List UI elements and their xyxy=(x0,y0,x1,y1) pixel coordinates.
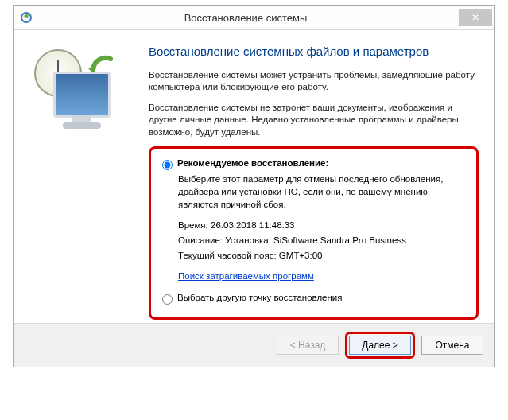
radio-recommended[interactable] xyxy=(162,160,173,170)
system-restore-icon xyxy=(20,11,33,24)
time-label: Время: xyxy=(178,220,208,230)
monitor-icon xyxy=(53,72,111,118)
titlebar: Восстановление системы ✕ xyxy=(14,6,494,30)
desc-value: Установка: SiSoftware Sandra Pro Busines… xyxy=(225,235,406,245)
radio-other-row[interactable]: Выбрать другую точку восстановления xyxy=(162,293,465,305)
next-button[interactable]: Далее > xyxy=(349,336,411,355)
restore-tz-row: Текущий часовой пояс: GMT+3:00 xyxy=(178,250,465,262)
page-heading: Восстановление системных файлов и параме… xyxy=(149,45,479,60)
radio-recommended-row[interactable]: Рекомендуемое восстановление: xyxy=(162,158,465,170)
system-restore-window: Восстановление системы ✕ Восстановление … xyxy=(13,5,495,368)
affected-programs-link[interactable]: Поиск затрагиваемых программ xyxy=(178,270,314,283)
radio-other[interactable] xyxy=(162,294,173,305)
next-button-highlight: Далее > xyxy=(345,332,415,359)
radio-other-label: Выбрать другую точку восстановления xyxy=(177,293,343,302)
restore-options-group: Рекомендуемое восстановление: Выберите э… xyxy=(149,146,479,320)
restore-illustration xyxy=(29,49,133,145)
intro-paragraph-2: Восстановление системы не затронет ваши … xyxy=(149,102,479,139)
recommended-details: Выберите этот параметр для отмены послед… xyxy=(178,173,465,283)
illustration-pane xyxy=(29,45,149,320)
restore-time-row: Время: 26.03.2018 11:48:33 xyxy=(178,220,465,232)
wizard-footer: < Назад Далее > Отмена xyxy=(14,323,494,367)
time-value: 26.03.2018 11:48:33 xyxy=(211,220,295,230)
tz-label: Текущий часовой пояс: xyxy=(178,251,277,260)
radio-recommended-label: Рекомендуемое восстановление: xyxy=(177,158,328,168)
cancel-button[interactable]: Отмена xyxy=(421,336,483,355)
back-button[interactable]: < Назад xyxy=(277,336,339,355)
close-icon: ✕ xyxy=(471,12,479,23)
window-title: Восстановление системы xyxy=(33,12,459,24)
tz-value: GMT+3:00 xyxy=(279,251,323,260)
content-pane: Восстановление системных файлов и параме… xyxy=(149,45,479,320)
close-button[interactable]: ✕ xyxy=(459,9,492,26)
client-area: Восстановление системных файлов и параме… xyxy=(14,30,494,323)
intro-paragraph-1: Восстановление системы может устранить п… xyxy=(149,69,479,94)
recommended-description: Выберите этот параметр для отмены послед… xyxy=(178,173,465,212)
desc-label: Описание: xyxy=(178,235,223,245)
restore-desc-row: Описание: Установка: SiSoftware Sandra P… xyxy=(178,235,465,247)
